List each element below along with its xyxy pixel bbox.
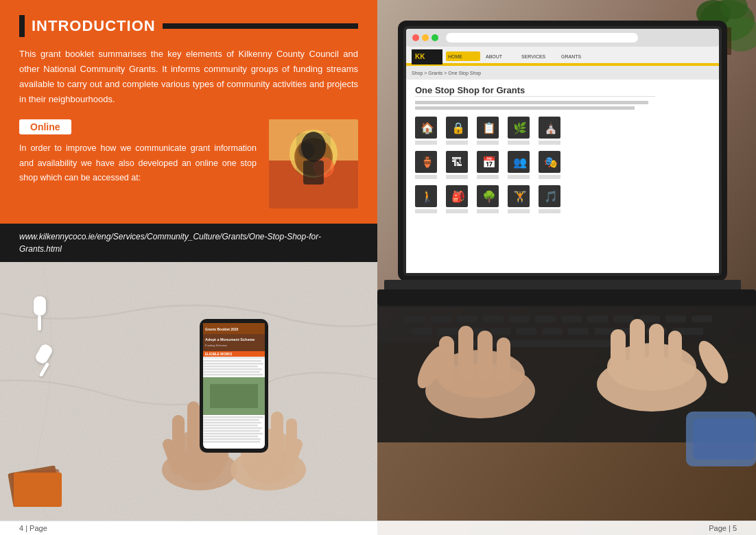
svg-rect-47: [203, 427, 262, 429]
left-bottom-image: Grants Booklet 2020 Adopt a Monument Sch…: [0, 262, 377, 521]
svg-rect-38: [203, 368, 262, 370]
svg-rect-131: [539, 209, 560, 213]
svg-rect-168: [611, 329, 626, 377]
svg-rect-29: [203, 334, 265, 351]
svg-rect-39: [203, 371, 260, 373]
svg-text:ABOUT: ABOUT: [486, 54, 503, 59]
svg-text:🏠: 🏠: [421, 121, 434, 134]
svg-text:🎵: 🎵: [544, 190, 558, 203]
online-image: [269, 119, 358, 209]
svg-rect-141: [561, 316, 582, 322]
svg-rect-137: [457, 316, 477, 322]
svg-text:🌿: 🌿: [513, 121, 527, 134]
svg-rect-44: [203, 419, 259, 421]
svg-text:🎒: 🎒: [451, 190, 465, 203]
svg-rect-143: [613, 316, 634, 322]
hands-phone: Grants Booklet 2020 Adopt a Monument Sch…: [158, 305, 309, 500]
svg-rect-128: [446, 209, 468, 213]
svg-text:ELIGIBLE WORKS: ELIGIBLE WORKS: [205, 353, 232, 356]
svg-rect-151: [516, 328, 536, 335]
svg-text:🏗: 🏗: [451, 156, 462, 168]
intro-title: INTRODUCTION: [32, 17, 156, 35]
svg-rect-36: [203, 363, 263, 365]
svg-rect-148: [438, 328, 458, 335]
svg-rect-8: [303, 160, 324, 185]
page-num-right: Page | 5: [709, 524, 737, 532]
svg-rect-146: [692, 316, 712, 322]
right-panel: KK HOME ABOUT SERVICES GRANTS Shop > Gra…: [377, 0, 756, 535]
svg-rect-37: [203, 366, 258, 368]
svg-point-7: [301, 132, 326, 162]
svg-point-67: [412, 34, 419, 41]
svg-rect-97: [415, 141, 437, 145]
online-inner: Online In order to improve how we commun…: [19, 119, 358, 209]
svg-rect-169: [630, 319, 645, 375]
svg-rect-98: [446, 141, 468, 145]
svg-rect-136: [431, 316, 451, 322]
svg-rect-162: [458, 326, 473, 381]
svg-text:KK: KK: [415, 53, 425, 60]
svg-text:🏺: 🏺: [421, 156, 434, 169]
url-text: www.kilkennycoco.ie/eng/Services/Communi…: [19, 230, 358, 255]
right-page-number: Page | 5: [377, 521, 756, 535]
svg-rect-85: [415, 101, 648, 104]
url-bar: www.kilkennycoco.ie/eng/Services/Communi…: [0, 224, 377, 262]
svg-text:Adopt a Monument Scheme: Adopt a Monument Scheme: [205, 337, 255, 342]
svg-rect-164: [497, 337, 510, 382]
intro-title-bar: INTRODUCTION: [19, 15, 358, 37]
svg-rect-153: [568, 328, 589, 335]
svg-text:HOME: HOME: [448, 54, 462, 59]
svg-rect-45: [203, 422, 261, 424]
svg-text:Grants Booklet 2020: Grants Booklet 2020: [205, 327, 239, 331]
svg-text:🚶: 🚶: [421, 190, 434, 203]
svg-rect-174: [693, 418, 755, 460]
svg-rect-116: [539, 175, 560, 179]
svg-rect-142: [587, 316, 608, 322]
svg-rect-152: [542, 328, 563, 335]
svg-text:🌳: 🌳: [482, 190, 496, 203]
svg-rect-100: [508, 141, 530, 145]
svg-rect-139: [509, 316, 530, 322]
page-num-left: 4 | Page: [19, 524, 47, 532]
svg-rect-101: [539, 141, 560, 145]
svg-rect-55: [14, 473, 62, 507]
svg-text:GRANTS: GRANTS: [561, 54, 582, 59]
svg-rect-84: [415, 96, 655, 97]
title-bar-right: [163, 23, 358, 29]
intro-section: INTRODUCTION This grant booklet summaris…: [0, 0, 377, 119]
workspace-bg: KK HOME ABOUT SERVICES GRANTS Shop > Gra…: [377, 0, 756, 535]
svg-point-68: [422, 34, 429, 41]
svg-rect-42: [210, 384, 258, 408]
svg-rect-52: [203, 441, 260, 443]
svg-text:👥: 👥: [513, 156, 527, 169]
svg-rect-49: [203, 433, 263, 435]
svg-point-69: [432, 34, 438, 41]
svg-rect-115: [508, 175, 530, 179]
svg-text:Shop > Grants > One Stop Shop: Shop > Grants > One Stop Shop: [412, 71, 481, 76]
hands-svg: Grants Booklet 2020 Adopt a Monument Sch…: [158, 305, 309, 497]
svg-rect-112: [415, 175, 437, 179]
svg-text:📅: 📅: [482, 156, 496, 169]
svg-rect-140: [535, 316, 556, 322]
svg-rect-129: [477, 209, 499, 213]
online-text: In order to improve how we communicate g…: [19, 141, 257, 185]
svg-rect-135: [405, 316, 425, 322]
svg-text:SERVICES: SERVICES: [521, 54, 546, 59]
svg-rect-34: [203, 357, 265, 359]
svg-text:Funding Schemes: Funding Schemes: [205, 344, 227, 347]
svg-text:🏋: 🏋: [513, 190, 527, 203]
svg-rect-138: [483, 316, 504, 322]
svg-rect-99: [477, 141, 499, 145]
svg-text:🔒: 🔒: [451, 121, 465, 134]
svg-rect-147: [412, 328, 432, 335]
svg-rect-46: [203, 425, 258, 427]
svg-rect-171: [668, 331, 682, 377]
svg-rect-48: [203, 430, 260, 432]
left-page-number: 4 | Page: [0, 521, 377, 535]
online-badge: Online: [19, 119, 71, 134]
svg-rect-40: [203, 374, 263, 376]
svg-rect-114: [477, 175, 499, 179]
svg-rect-163: [477, 331, 493, 382]
online-section: Online In order to improve how we commun…: [0, 119, 377, 224]
svg-rect-14: [187, 401, 200, 456]
